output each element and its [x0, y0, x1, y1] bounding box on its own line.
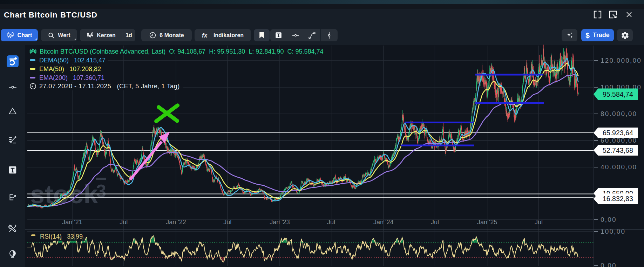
- svg-text:16.832,83: 16.832,83: [603, 195, 633, 203]
- svg-text:80.000,00: 80.000,00: [601, 110, 637, 117]
- svg-text:120.000,00: 120.000,00: [601, 57, 642, 64]
- svg-text:Jul: Jul: [120, 219, 128, 226]
- svg-text:65.923,64: 65.923,64: [603, 129, 633, 137]
- svg-text:EMA(50) 107.208,82: EMA(50) 107.208,82: [39, 66, 101, 73]
- svg-text:DEMA(50) 102.415,47: DEMA(50) 102.415,47: [39, 57, 106, 64]
- svg-text:Jan '24: Jan '24: [373, 219, 393, 226]
- svg-text:Jan '23: Jan '23: [270, 219, 290, 226]
- svg-text:Bitcoin BTC/USD (Coinbase Adva: Bitcoin BTC/USD (Coinbase Advanced, Last…: [40, 48, 324, 55]
- svg-text:0,00: 0,00: [601, 262, 617, 267]
- svg-text:Jul: Jul: [431, 219, 439, 226]
- svg-text:27.07.2020 - 17.11.2025 (CET: 27.07.2020 - 17.11.2025 (CET, 5 Jahre, 1…: [39, 83, 180, 90]
- svg-text:Jan '21: Jan '21: [62, 219, 82, 226]
- svg-text:3: 3: [96, 181, 106, 201]
- svg-text:EMA(200) 107.360,71: EMA(200) 107.360,71: [39, 74, 104, 81]
- svg-text:40.000,00: 40.000,00: [601, 163, 637, 171]
- svg-text:95.584,74: 95.584,74: [603, 90, 633, 98]
- svg-text:Jan '22: Jan '22: [166, 219, 186, 226]
- svg-text:0,00: 0,00: [601, 216, 617, 223]
- svg-text:Jul: Jul: [327, 219, 335, 226]
- svg-text:Jan '25: Jan '25: [477, 219, 497, 226]
- svg-text:Jul: Jul: [535, 219, 543, 226]
- svg-text:RSI(14) 33,99: RSI(14) 33,99: [40, 233, 83, 240]
- svg-text:52.743,68: 52.743,68: [603, 146, 633, 154]
- svg-text:Jul: Jul: [223, 219, 231, 226]
